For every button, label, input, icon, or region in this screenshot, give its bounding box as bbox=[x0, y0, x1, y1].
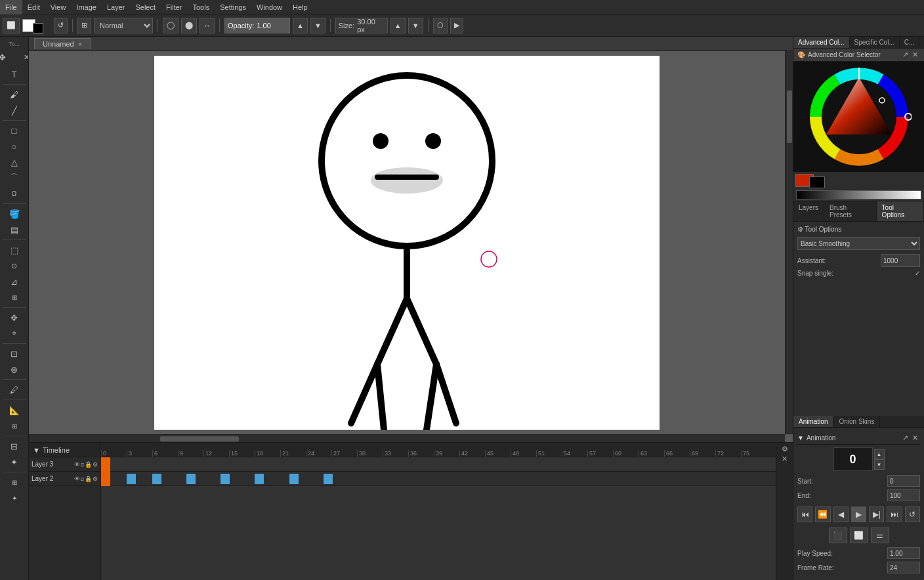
timeline-collapse-icon[interactable]: ▼ bbox=[33, 446, 40, 454]
frame-down-btn[interactable]: ▼ bbox=[874, 459, 885, 470]
tool-select-path[interactable]: ⊿ bbox=[3, 274, 26, 289]
canvas-white[interactable] bbox=[154, 56, 660, 430]
menu-filter[interactable]: Filter bbox=[161, 0, 187, 14]
toolbar-mirror-btn[interactable]: ↔ bbox=[200, 18, 215, 33]
loop-btn[interactable]: ↺ bbox=[905, 507, 920, 522]
menu-file[interactable]: File bbox=[0, 0, 22, 14]
toolbar-grid-btn[interactable]: ⊞ bbox=[77, 18, 91, 33]
tool-transform2[interactable]: ⌖ bbox=[3, 326, 26, 341]
play-btn[interactable]: ▶ bbox=[851, 507, 866, 522]
last-frame-btn[interactable]: ⏭ bbox=[887, 507, 902, 522]
tool-fill[interactable]: 🪣 bbox=[3, 207, 26, 221]
gear-icon-2[interactable]: ⚙ bbox=[93, 476, 98, 482]
keyframe-5[interactable] bbox=[255, 474, 264, 484]
tool-assistant2[interactable]: ✦ bbox=[3, 491, 26, 505]
tool-freehand[interactable]: ╱ bbox=[3, 103, 26, 117]
blend-mode-select[interactable]: Normal bbox=[94, 18, 153, 33]
menu-edit[interactable]: Edit bbox=[22, 0, 45, 14]
prev-frame-btn[interactable]: ⏪ bbox=[815, 507, 830, 522]
end-input[interactable] bbox=[887, 489, 920, 501]
keyframe-7[interactable] bbox=[324, 474, 333, 484]
alpha-icon[interactable]: α bbox=[81, 461, 84, 468]
toolbar-alpha-btn[interactable]: ⬤ bbox=[181, 18, 197, 33]
canvas-container[interactable] bbox=[29, 51, 785, 434]
timeline-empty-area[interactable] bbox=[101, 486, 776, 580]
timeline-close-btn[interactable]: ✕ bbox=[780, 454, 789, 464]
color-selector-expand-btn[interactable]: ↗ bbox=[900, 50, 910, 60]
tab-brush-presets[interactable]: Brush Presets bbox=[824, 201, 877, 221]
preset-select[interactable]: Basic Smoothing bbox=[797, 237, 920, 250]
step-fwd-btn[interactable]: ▶| bbox=[869, 507, 884, 522]
start-input[interactable] bbox=[887, 475, 920, 487]
anim-panel-close[interactable]: ✕ bbox=[910, 433, 920, 443]
first-frame-btn[interactable]: ⏮ bbox=[797, 507, 812, 522]
tab-animation[interactable]: Animation bbox=[793, 416, 833, 427]
timeline-track-layer-2[interactable] bbox=[101, 472, 776, 486]
menu-help[interactable]: Help bbox=[287, 0, 313, 14]
anim-layers-btn[interactable]: ⬛ bbox=[829, 528, 847, 543]
tool-cursor[interactable]: ✕ bbox=[14, 50, 29, 64]
tab-layers[interactable]: Layers bbox=[793, 201, 824, 221]
color-wheel-svg[interactable] bbox=[807, 64, 912, 169]
menu-settings[interactable]: Settings bbox=[215, 0, 251, 14]
menu-image[interactable]: Image bbox=[71, 0, 102, 14]
bg-color-swatch[interactable] bbox=[33, 23, 43, 33]
opacity-up-btn[interactable]: ▲ bbox=[293, 18, 308, 33]
keyframe-1[interactable] bbox=[127, 474, 136, 484]
play-speed-input[interactable] bbox=[887, 547, 920, 559]
menu-tools[interactable]: Tools bbox=[188, 0, 215, 14]
tool-zoom[interactable]: ⊕ bbox=[3, 362, 26, 377]
timeline-layer-3[interactable]: Layer 3 👁 α 🔒 ⚙ bbox=[29, 457, 101, 472]
canvas-tab-unnamed[interactable]: Unnamed × bbox=[34, 38, 91, 49]
tool-rect[interactable]: □ bbox=[3, 123, 26, 138]
hscroll-thumb[interactable] bbox=[160, 436, 239, 442]
vscroll-thumb[interactable] bbox=[787, 91, 792, 143]
tool-select-rect[interactable]: ⬚ bbox=[3, 243, 26, 257]
play-btn[interactable]: ▶ bbox=[450, 18, 463, 33]
menu-view[interactable]: View bbox=[45, 0, 72, 14]
keyframe-2[interactable] bbox=[152, 474, 161, 484]
size-value[interactable]: 30.00 px bbox=[357, 18, 385, 33]
timeline-settings-btn[interactable]: ⚙ bbox=[780, 444, 790, 454]
eye-icon-2[interactable]: 👁 bbox=[74, 476, 80, 482]
mirror-horiz-btn[interactable]: ⬡ bbox=[433, 18, 448, 33]
color-tab-advanced[interactable]: Advanced Col... bbox=[793, 37, 850, 48]
anim-panel-expand[interactable]: ↗ bbox=[900, 433, 910, 443]
tool-brush[interactable]: 🖌 bbox=[3, 87, 26, 102]
keyframe-4[interactable] bbox=[220, 474, 230, 484]
menu-window[interactable]: Window bbox=[251, 0, 287, 14]
tool-polygon[interactable]: △ bbox=[3, 155, 26, 169]
frame-up-btn[interactable]: ▲ bbox=[874, 449, 885, 459]
menu-layer[interactable]: Layer bbox=[102, 0, 131, 14]
toolbar-eraser-btn[interactable]: ◯ bbox=[163, 18, 178, 33]
lock-icon-2[interactable]: 🔒 bbox=[85, 476, 92, 482]
canvas-close-btn[interactable]: × bbox=[78, 40, 82, 48]
eye-icon[interactable]: 👁 bbox=[74, 461, 80, 468]
color-tab-specific[interactable]: Specific Col... bbox=[850, 37, 900, 48]
tool-reference[interactable]: ⊞ bbox=[3, 419, 26, 433]
tool-measure[interactable]: 📐 bbox=[3, 403, 26, 417]
tool-ellipse[interactable]: ○ bbox=[3, 139, 26, 154]
tool-select-contiguous[interactable]: ⊞ bbox=[3, 290, 26, 304]
bg-color-large[interactable] bbox=[809, 176, 825, 188]
keyframe-6[interactable] bbox=[289, 474, 299, 484]
lightness-bar[interactable] bbox=[796, 190, 921, 199]
current-frame-display[interactable]: 0 bbox=[833, 447, 873, 471]
anim-copy-btn[interactable]: ⬜ bbox=[850, 528, 868, 543]
tool-anim-frames[interactable]: ⊟ bbox=[3, 439, 26, 453]
tool-transform[interactable]: ✥ bbox=[0, 50, 14, 64]
toolbar-new-btn[interactable]: ⬜ bbox=[3, 18, 20, 33]
timeline-layer-2[interactable]: Layer 2 👁 α 🔒 ⚙ bbox=[29, 472, 101, 486]
step-back-btn[interactable]: ◀ bbox=[833, 507, 849, 522]
vertical-scrollbar[interactable] bbox=[785, 51, 793, 434]
tool-calligraphy[interactable]: Ω bbox=[3, 186, 26, 201]
size-up-btn[interactable]: ▲ bbox=[390, 18, 406, 33]
color-wheel-container[interactable] bbox=[793, 62, 924, 172]
size-down-btn[interactable]: ▼ bbox=[408, 18, 423, 33]
keyframe-3[interactable] bbox=[186, 474, 196, 484]
horizontal-scrollbar[interactable] bbox=[29, 434, 785, 442]
opacity-down-btn[interactable]: ▼ bbox=[310, 18, 326, 33]
tool-select-ellipse[interactable]: ⊙ bbox=[3, 259, 26, 273]
tool-move[interactable]: ✥ bbox=[3, 310, 26, 325]
tool-path[interactable]: ⌒ bbox=[3, 171, 26, 185]
